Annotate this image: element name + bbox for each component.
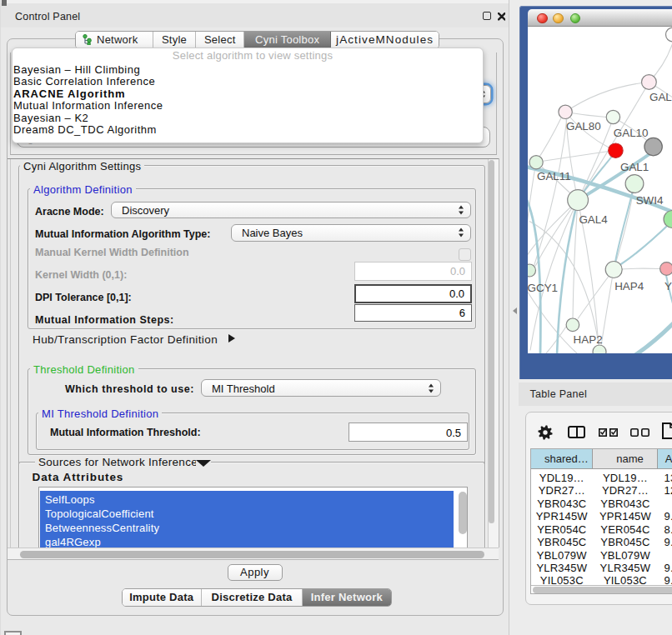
svg-text:YJ: YJ <box>664 279 672 292</box>
svg-text:GAL11: GAL11 <box>537 170 571 182</box>
svg-text:GCY1: GCY1 <box>528 281 558 293</box>
svg-text:GAL80: GAL80 <box>566 119 601 132</box>
svg-text:GAL4: GAL4 <box>579 212 608 225</box>
svg-text:GAL10: GAL10 <box>614 126 649 138</box>
svg-text:HAP4: HAP4 <box>614 280 644 292</box>
svg-text:SWI4: SWI4 <box>636 193 664 206</box>
svg-text:GAL7: GAL7 <box>649 90 672 102</box>
svg-text:GAL1: GAL1 <box>620 161 649 173</box>
svg-text:HAP2: HAP2 <box>574 333 603 346</box>
